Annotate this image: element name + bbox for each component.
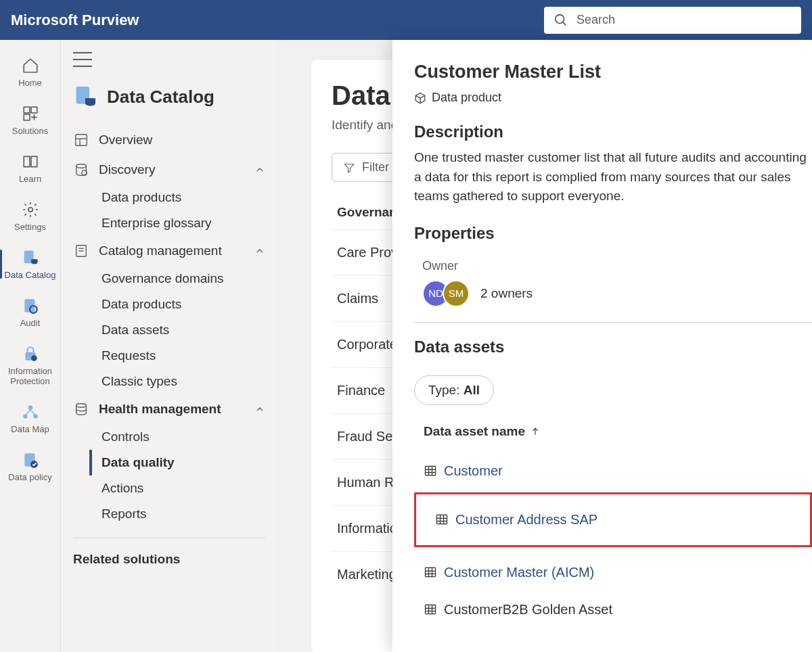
left-rail: Home Solutions Learn Settings Data Catal… xyxy=(0,40,61,652)
asset-column-header[interactable]: Data asset name xyxy=(424,424,812,439)
rail-settings[interactable]: Settings xyxy=(3,197,58,235)
nav-enterprise-glossary[interactable]: Enterprise glossary xyxy=(73,210,265,236)
rail-label: Information Protection xyxy=(3,366,58,386)
svg-line-1 xyxy=(563,22,566,25)
nav-label: Discovery xyxy=(99,162,155,177)
audit-icon xyxy=(21,296,40,315)
svg-rect-43 xyxy=(426,605,436,613)
nav-data-quality[interactable]: Data quality xyxy=(89,450,265,475)
top-bar: Microsoft Purview xyxy=(0,0,812,40)
owner-label: Owner xyxy=(422,259,812,273)
divider xyxy=(414,322,812,323)
discovery-icon xyxy=(73,162,89,178)
rail-data-catalog[interactable]: Data Catalog xyxy=(3,246,58,283)
nav-requests[interactable]: Requests xyxy=(73,343,265,369)
nav-reports[interactable]: Reports xyxy=(73,501,265,527)
nav-catalog-management[interactable]: Catalog management xyxy=(73,236,265,266)
asset-row[interactable]: Customer Master (AICM) xyxy=(414,554,812,591)
nav-health-management[interactable]: Health management xyxy=(73,394,265,424)
catalog-icon xyxy=(21,248,40,267)
search-icon xyxy=(554,13,568,28)
sidebar-title: Data Catalog xyxy=(107,87,215,108)
owners-count: 2 owners xyxy=(480,286,533,301)
rail-learn[interactable]: Learn xyxy=(3,149,58,187)
divider xyxy=(73,538,265,538)
detail-panel: Customer Master List Data product Descri… xyxy=(392,40,812,652)
search-box[interactable] xyxy=(544,7,801,34)
type-filter-pill[interactable]: Type: All xyxy=(414,375,494,405)
nav-data-assets[interactable]: Data assets xyxy=(73,317,265,343)
gear-icon xyxy=(21,200,40,219)
svg-point-12 xyxy=(28,405,32,410)
type-label: Type: xyxy=(428,383,464,397)
chevron-up-icon xyxy=(254,164,265,175)
svg-rect-38 xyxy=(426,567,436,576)
column-label: Data asset name xyxy=(424,424,525,439)
svg-point-14 xyxy=(33,414,38,419)
svg-point-5 xyxy=(28,208,32,212)
asset-name: Customer Address SAP xyxy=(455,512,597,528)
svg-rect-2 xyxy=(24,107,30,113)
svg-point-13 xyxy=(23,414,28,419)
sort-asc-icon xyxy=(531,427,540,436)
catalog-mgmt-icon xyxy=(73,243,89,259)
asset-row[interactable]: Customer xyxy=(414,452,812,490)
svg-point-22 xyxy=(76,164,87,168)
svg-rect-3 xyxy=(31,107,37,113)
rail-label: Learn xyxy=(19,174,41,184)
rail-solutions[interactable]: Solutions xyxy=(3,101,58,139)
table-icon xyxy=(424,565,437,579)
grid-icon xyxy=(21,104,40,123)
rail-label: Audit xyxy=(20,318,41,328)
nav-data-products-2[interactable]: Data products xyxy=(73,292,265,317)
rail-label: Settings xyxy=(14,222,46,232)
app-title: Microsoft Purview xyxy=(11,11,139,29)
description-text: One trusted master customer list that al… xyxy=(414,148,812,206)
rail-home[interactable]: Home xyxy=(3,53,58,91)
table-icon xyxy=(424,464,437,478)
cube-icon xyxy=(414,92,426,104)
data-assets-heading: Data assets xyxy=(414,337,812,356)
avatar: SM xyxy=(443,280,470,307)
rail-info-protection[interactable]: Information Protection xyxy=(3,342,58,389)
description-heading: Description xyxy=(414,122,812,141)
svg-point-11 xyxy=(31,355,37,361)
nav-label: Catalog management xyxy=(99,243,222,258)
type-value: All xyxy=(464,383,480,397)
nav-classic-types[interactable]: Classic types xyxy=(73,369,265,394)
chevron-up-icon xyxy=(254,404,265,415)
rail-label: Data policy xyxy=(8,472,51,482)
data-product-badge: Data product xyxy=(414,91,812,105)
map-icon xyxy=(21,402,40,421)
asset-row[interactable]: Customer Address SAP xyxy=(426,501,800,538)
overview-icon xyxy=(73,132,89,148)
rail-label: Data Catalog xyxy=(5,270,56,280)
hamburger-icon[interactable] xyxy=(73,52,92,67)
filter-icon xyxy=(343,162,355,174)
nav-overview[interactable]: Overview xyxy=(73,125,265,155)
nav-controls[interactable]: Controls xyxy=(73,424,265,450)
search-input[interactable] xyxy=(577,13,792,27)
home-icon xyxy=(21,56,40,75)
nav-actions[interactable]: Actions xyxy=(73,475,265,501)
properties-heading: Properties xyxy=(414,224,812,243)
badge-label: Data product xyxy=(432,91,501,105)
asset-name: Customer Master (AICM) xyxy=(444,565,594,580)
rail-audit[interactable]: Audit xyxy=(3,294,58,331)
lock-icon xyxy=(21,344,40,363)
highlighted-asset: Customer Address SAP xyxy=(414,492,812,547)
svg-rect-33 xyxy=(437,515,447,523)
svg-rect-4 xyxy=(24,114,30,120)
health-icon xyxy=(73,401,89,417)
nav-label: Health management xyxy=(99,402,221,417)
asset-name: CustomerB2B Golden Asset xyxy=(444,602,612,618)
policy-icon xyxy=(21,450,40,469)
sidebar: Data Catalog Overview Discovery Data pro… xyxy=(61,40,277,652)
nav-label: Overview xyxy=(99,133,152,147)
rail-data-map[interactable]: Data Map xyxy=(3,400,58,437)
svg-point-0 xyxy=(556,14,564,23)
nav-discovery[interactable]: Discovery xyxy=(73,155,265,185)
nav-data-products[interactable]: Data products xyxy=(73,185,265,210)
nav-governance-domains[interactable]: Governance domains xyxy=(73,266,265,292)
rail-data-policy[interactable]: Data policy xyxy=(3,448,58,485)
